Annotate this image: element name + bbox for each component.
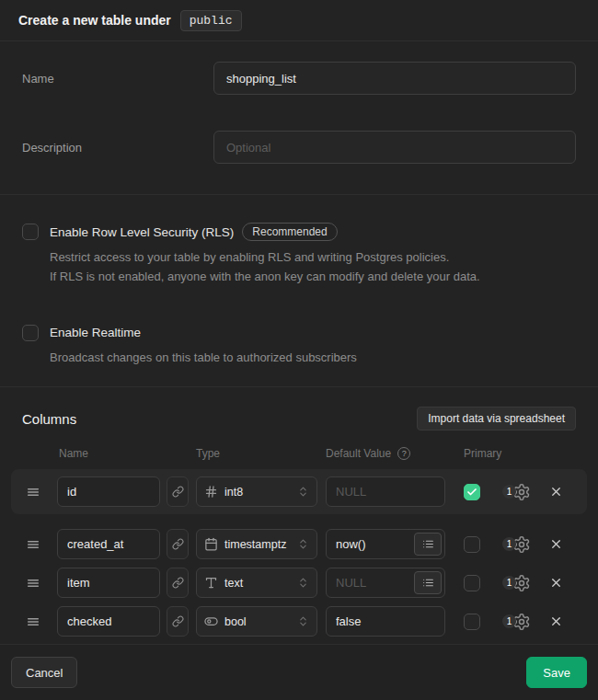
column-type-select[interactable]: bool (196, 606, 317, 637)
create-table-panel: Create a new table under public Name Des… (0, 0, 598, 700)
column-type-select[interactable]: timestamptz (196, 529, 317, 559)
realtime-toggle-block: Enable Realtime Broadcast changes on thi… (22, 325, 576, 367)
column-type-select[interactable]: int8 (196, 476, 317, 507)
hash-icon (204, 485, 218, 499)
save-button[interactable]: Save (526, 657, 587, 688)
toggles-section: Enable Row Level Security (RLS) Recommen… (0, 195, 598, 387)
columns-section: Columns Import data via spreadsheet Name… (0, 387, 598, 645)
close-icon (549, 537, 563, 551)
default-value-menu-button[interactable] (414, 571, 442, 594)
foreign-key-link-button[interactable] (167, 476, 189, 507)
settings-count-badge: 1 (502, 576, 516, 590)
header-default-value: Default Value (326, 447, 410, 460)
table-name-input[interactable] (213, 62, 576, 95)
cancel-button[interactable]: Cancel (11, 657, 77, 688)
column-name-input[interactable] (57, 568, 160, 598)
column-row-item: text 1 (11, 568, 587, 598)
close-icon (549, 614, 563, 628)
name-label: Name (22, 72, 213, 86)
table-description-input[interactable] (213, 131, 576, 164)
column-row-created-at: timestamptz 1 (11, 529, 587, 559)
drag-handle-icon[interactable] (26, 614, 44, 629)
header-primary: Primary (464, 447, 501, 460)
chevrons-up-down-icon (297, 486, 309, 498)
default-value-cell (326, 476, 445, 507)
drag-handle-icon[interactable] (26, 576, 44, 591)
column-type-select[interactable]: text (196, 568, 317, 598)
help-circle-icon[interactable] (397, 447, 410, 460)
realtime-description: Broadcast changes on this table to autho… (50, 348, 357, 367)
close-icon (549, 485, 563, 499)
column-rows: int8 1 (0, 469, 598, 637)
remove-column-button[interactable] (549, 485, 563, 499)
import-spreadsheet-button[interactable]: Import data via spreadsheet (417, 407, 576, 430)
rls-toggle-block: Enable Row Level Security (RLS) Recommen… (22, 224, 576, 286)
column-name-input[interactable] (57, 476, 160, 507)
drag-handle-icon[interactable] (26, 485, 44, 499)
drag-handle-icon[interactable] (26, 537, 44, 552)
foreign-key-link-button[interactable] (167, 568, 189, 598)
text-icon (204, 576, 218, 590)
remove-column-button[interactable] (549, 614, 563, 628)
check-icon (466, 487, 477, 498)
default-value-input[interactable] (326, 606, 445, 637)
realtime-checkbox[interactable] (22, 325, 39, 341)
link-icon (172, 486, 184, 498)
header-name: Name (59, 447, 88, 460)
header-type: Type (196, 447, 220, 460)
link-icon (172, 577, 184, 589)
column-name-input[interactable] (57, 606, 160, 637)
primary-checkbox[interactable] (464, 536, 480, 553)
panel-title: Create a new table under (18, 13, 171, 28)
default-value-menu-button[interactable] (414, 533, 442, 556)
list-icon (422, 577, 434, 589)
description-field-row: Description (22, 131, 576, 164)
foreign-key-link-button[interactable] (167, 606, 189, 637)
settings-count-badge: 1 (502, 537, 516, 551)
default-value-cell (326, 568, 445, 598)
realtime-content: Enable Realtime Broadcast changes on thi… (50, 324, 357, 367)
primary-checkbox[interactable] (464, 614, 480, 630)
panel-header: Create a new table under public (0, 0, 598, 41)
panel-footer: Cancel Save (0, 645, 598, 700)
foreign-key-link-button[interactable] (167, 529, 189, 559)
calendar-icon (204, 537, 218, 551)
column-name-input[interactable] (57, 529, 160, 559)
remove-column-button[interactable] (549, 537, 563, 551)
boolean-icon (204, 614, 218, 628)
remove-column-button[interactable] (549, 576, 563, 590)
basic-fields-section: Name Description (0, 41, 598, 195)
column-row-checked: bool 1 (11, 606, 587, 637)
list-icon (422, 538, 434, 550)
columns-table-headers: Name Type Default Value Primary (0, 447, 598, 462)
rls-content: Enable Row Level Security (RLS) Recommen… (50, 223, 480, 286)
column-settings-button[interactable]: 1 (502, 535, 531, 554)
column-row-id: int8 1 (11, 469, 587, 514)
chevrons-up-down-icon (297, 577, 309, 589)
recommended-badge: Recommended (242, 223, 337, 241)
schema-badge: public (180, 10, 242, 31)
close-icon (549, 576, 563, 590)
default-value-input[interactable] (326, 476, 445, 507)
description-label: Description (22, 141, 213, 155)
settings-count-badge: 1 (502, 485, 516, 499)
column-settings-button[interactable]: 1 (502, 613, 531, 631)
default-value-cell (326, 529, 445, 559)
link-icon (172, 538, 184, 550)
realtime-label: Enable Realtime (50, 324, 141, 341)
chevrons-up-down-icon (297, 538, 309, 550)
settings-count-badge: 1 (502, 614, 516, 628)
rls-checkbox[interactable] (22, 224, 39, 240)
column-settings-button[interactable]: 1 (502, 574, 531, 592)
primary-checkbox[interactable] (464, 484, 480, 500)
primary-checkbox[interactable] (464, 575, 480, 591)
rls-description: Restrict access to your table by enablin… (50, 247, 480, 286)
columns-header: Columns Import data via spreadsheet (0, 407, 598, 430)
rls-label: Enable Row Level Security (RLS) (50, 224, 234, 241)
column-settings-button[interactable]: 1 (502, 483, 531, 501)
chevrons-up-down-icon (297, 615, 309, 627)
columns-title: Columns (22, 411, 76, 427)
name-field-row: Name (22, 62, 576, 95)
default-value-cell (326, 606, 445, 637)
link-icon (172, 615, 184, 627)
